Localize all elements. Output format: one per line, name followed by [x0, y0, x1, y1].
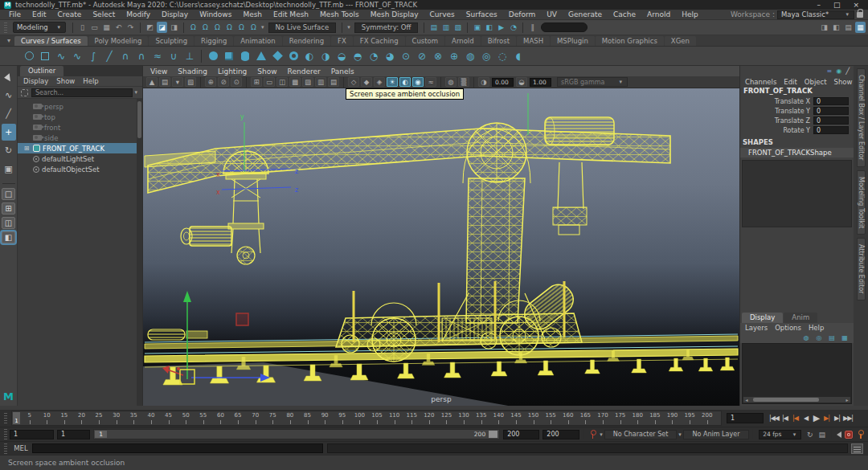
shelf-tab-bifrost[interactable]: Bifrost	[481, 36, 516, 46]
layer-menu-help[interactable]: Help	[809, 324, 824, 332]
outliner-menu-show[interactable]: Show	[56, 77, 75, 85]
select-by-component-icon[interactable]: ◨	[169, 22, 179, 33]
outliner-menu-help[interactable]: Help	[83, 77, 98, 85]
paint-select-tool[interactable]: ╱	[2, 105, 16, 122]
layout-single-pane[interactable]: □	[2, 188, 15, 200]
shape-node[interactable]: FRONT_OF_TRACKShape	[740, 148, 854, 157]
nurbs-cone-icon[interactable]	[253, 48, 269, 64]
layout-two-panes[interactable]: ◫	[2, 217, 15, 229]
save-scene-icon[interactable]: ▦	[101, 22, 112, 33]
snap-to-view-plane-icon[interactable]: Ω	[236, 22, 247, 33]
chevron-down-icon[interactable]: ▾	[134, 89, 137, 96]
camera-bookmarks-icon[interactable]: ▾	[172, 77, 183, 87]
loft-icon[interactable]: ◑	[317, 48, 334, 64]
range-bar[interactable]: 1 200	[93, 429, 500, 439]
image-plane-icon[interactable]: ▧	[185, 77, 196, 87]
ep-curve-tool-icon[interactable]: ∿	[69, 48, 85, 64]
snap-to-point-icon[interactable]: Ω	[212, 22, 223, 33]
gate-mask-icon[interactable]: ▩	[289, 77, 301, 87]
timeline-ruler[interactable]: 1 51015202530354045505560657075808590951…	[11, 411, 722, 426]
close-button[interactable]: ×	[853, 0, 859, 10]
play-forwards-button[interactable]: ▶	[812, 413, 821, 423]
menu-windows[interactable]: Windows	[194, 10, 237, 18]
record-icon[interactable]	[845, 431, 853, 439]
maximize-button[interactable]: □	[833, 0, 841, 10]
sidebar-tab-attribute-editor[interactable]: Attribute Editor	[857, 238, 866, 300]
panel-menu-panels[interactable]: Panels	[331, 67, 354, 76]
shelf-tab-poly-modeling[interactable]: Poly Modeling	[88, 36, 149, 46]
menu-generate[interactable]: Generate	[563, 10, 608, 18]
screen-space-ambient-occlusion-icon[interactable]: ◉	[412, 77, 424, 87]
grid-icon[interactable]: ⊞	[251, 77, 262, 87]
nurbs-cube-icon[interactable]	[221, 48, 237, 64]
field-chart-icon[interactable]: ▨	[302, 77, 313, 87]
planar-icon[interactable]: ◒	[334, 48, 350, 64]
animation-end-field[interactable]: 200	[542, 430, 579, 439]
film-gate-icon[interactable]: ▭	[264, 77, 275, 87]
menu-create[interactable]: Create	[52, 10, 88, 18]
shelf-menu-icon[interactable]: ▾	[3, 37, 14, 44]
isolate-select-icon[interactable]: ⊙	[231, 77, 242, 87]
layer-list[interactable]: ◂ ▸	[742, 343, 852, 404]
attribute-value-field[interactable]: 0	[813, 126, 849, 134]
quick-select-field[interactable]	[541, 22, 588, 32]
current-frame-marker[interactable]: 1	[13, 412, 20, 424]
playback-loop-icon[interactable]: ↻	[805, 429, 815, 440]
detach-curves-icon[interactable]: ⊥	[182, 48, 198, 64]
anim-layer-dropdown[interactable]: No Anim Layer	[683, 430, 750, 439]
panel-menu-shading[interactable]: Shading	[178, 67, 207, 76]
shelf-tab-custom[interactable]: Custom	[406, 36, 445, 46]
step-forward-frame-button[interactable]: ▶|	[833, 415, 841, 422]
new-scene-icon[interactable]: ▯	[77, 22, 88, 33]
shelf-tab-sculpting[interactable]: Sculpting	[149, 36, 194, 46]
playblast-icon[interactable]: ▤	[817, 429, 827, 440]
lasso-select-tool[interactable]: ∿	[2, 87, 16, 104]
birail-icon[interactable]: ◔	[366, 48, 382, 64]
render-settings-icon[interactable]: ◔	[508, 22, 518, 33]
modeling-toolkit-toggle-icon[interactable]: ▦	[855, 22, 866, 33]
step-back-key-button[interactable]: |◀	[791, 415, 800, 422]
layer-visibility-icon[interactable]: ◍	[802, 333, 810, 342]
new-empty-layer-icon[interactable]: ▤	[828, 333, 836, 342]
playback-start-field[interactable]: 1	[57, 430, 90, 439]
script-editor-icon[interactable]	[851, 443, 863, 454]
open-render-view-icon[interactable]: ▣	[472, 22, 482, 33]
select-by-object-icon[interactable]: ◪	[157, 22, 167, 33]
outliner-item-front[interactable]: front	[18, 122, 142, 133]
project-curve-icon[interactable]: ⊙	[398, 48, 414, 64]
shaded-display-icon[interactable]: ◆	[361, 77, 372, 87]
intersect-surfaces-icon[interactable]: ⊗	[430, 48, 446, 64]
attach-curves-icon[interactable]: ∪	[166, 48, 182, 64]
minimize-button[interactable]: –	[817, 0, 821, 10]
menu-file[interactable]: File	[3, 10, 27, 18]
viewport-canvas[interactable]: y z z x x	[143, 88, 739, 406]
camera-attributes-icon[interactable]: ▤	[159, 77, 170, 87]
shelf-tab-animation[interactable]: Animation	[234, 36, 281, 46]
bezier-curve-tool-icon[interactable]: ∫	[85, 48, 101, 64]
attach-surfaces-icon[interactable]: ⊕	[446, 48, 462, 64]
make-object-live-icon[interactable]: Ω	[248, 22, 259, 33]
view-transform-dropdown[interactable]: sRGB gamma▾	[557, 77, 628, 87]
outliner-item-front-of-track[interactable]: ⊞FRONT_OF_TRACK	[18, 143, 142, 153]
channel-menu-edit[interactable]: Edit	[784, 78, 796, 86]
field-live-surface[interactable]: No Live Surface	[268, 22, 337, 33]
select-tool[interactable]	[2, 68, 16, 85]
menu-mesh[interactable]: Mesh	[237, 10, 268, 18]
surface-fillet-icon[interactable]: ◖	[510, 48, 526, 64]
shelf-tab-fx-caching[interactable]: FX Caching	[354, 36, 405, 46]
pause-viewport-icon[interactable]: ‖	[527, 22, 538, 33]
open-scene-icon[interactable]: ▭	[89, 22, 100, 33]
nurbs-circle-icon[interactable]	[21, 48, 37, 64]
select-by-hierarchy-icon[interactable]: ◩	[145, 22, 155, 33]
outliner-scrollbar[interactable]	[137, 99, 142, 406]
menu-deform[interactable]: Deform	[503, 10, 541, 18]
shelf-tab-curves-surfaces[interactable]: Curves / Surfaces	[14, 36, 88, 46]
shelf-tab-rendering[interactable]: Rendering	[283, 36, 330, 46]
field-symmetry[interactable]: Symmetry: Off	[354, 22, 419, 33]
current-frame-field[interactable]: 1	[727, 413, 764, 423]
menu-display[interactable]: Display	[156, 10, 194, 18]
wireframe-display-icon[interactable]: ◇	[348, 77, 359, 87]
range-start-handle[interactable]: 1	[95, 431, 107, 438]
command-input[interactable]	[32, 443, 323, 453]
shelf-tab-fx[interactable]: FX	[331, 36, 353, 46]
